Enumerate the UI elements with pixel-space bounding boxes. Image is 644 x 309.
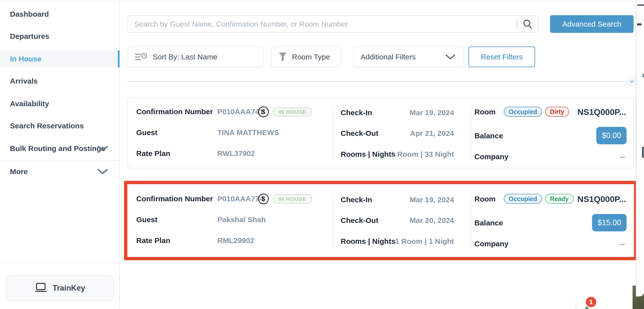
guest-label: Guest — [136, 215, 158, 224]
check-out-label: Check-Out — [341, 129, 378, 138]
reservation-card[interactable]: Confirmation Number P010AAA741 $ IN HOUS… — [127, 97, 634, 168]
sidebar-divider — [0, 263, 119, 263]
check-in-value: Mar 19, 2024 — [410, 109, 454, 117]
trainkey-label: TrainKey — [53, 284, 85, 292]
sidebar-item-bulk-routing[interactable]: Bulk Routing and Postings — [0, 140, 120, 157]
room-type-label: Room Type — [292, 53, 330, 61]
card-divider — [471, 106, 471, 160]
sidebar-item-in-house[interactable]: In House — [0, 51, 120, 67]
sidebar-item-search-reservations[interactable]: Search Reservations — [0, 117, 120, 135]
sidebar-item-departures[interactable]: Departures — [0, 28, 120, 45]
rate-plan-label: Rate Plan — [136, 149, 170, 158]
card-divider — [471, 193, 471, 248]
sidebar-item-label: More — [10, 167, 28, 176]
room-label: Room — [474, 108, 496, 116]
notification-badge[interactable]: 1 — [585, 296, 597, 308]
guest-value: Pakshal Shah — [217, 215, 266, 224]
check-in-label: Check-In — [341, 109, 372, 117]
app-window: Dashboard Departures In House Arrivals A… — [0, 0, 644, 309]
sidebar-item-arrivals[interactable]: Arrivals — [0, 72, 120, 90]
search-icon[interactable] — [522, 19, 533, 29]
chevron-down-icon — [98, 146, 108, 151]
sidebar: Dashboard Departures In House Arrivals A… — [0, 2, 120, 309]
housekeeping-status-pill: Ready — [545, 194, 574, 204]
sidebar-item-label: Search Reservations — [10, 122, 84, 130]
company-label: Company — [474, 240, 508, 248]
reset-filters-label: Reset Filters — [481, 53, 523, 61]
advanced-search-button[interactable]: Advanced Search — [550, 15, 634, 33]
sidebar-item-label: In House — [10, 55, 42, 63]
company-value: -- — [620, 152, 625, 162]
reservation-card[interactable]: Confirmation Number P010AAA774 $ IN HOUS… — [127, 184, 634, 257]
room-type-filter-button[interactable]: Room Type — [271, 47, 341, 67]
rate-plan-value: RWL37902 — [217, 149, 255, 158]
company-label: Company — [474, 153, 508, 161]
check-in-label: Check-In — [341, 196, 372, 204]
room-number: NS1Q000P... — [577, 194, 626, 204]
occupancy-status-pill: Occupied — [504, 194, 542, 204]
rooms-nights-value: 1 Room | 1 Night — [395, 237, 454, 245]
dollar-icon[interactable]: $ — [258, 194, 269, 204]
confirmation-value: P010AAA774 — [217, 195, 263, 203]
status-badge: IN HOUSE — [273, 194, 312, 203]
additional-filters-dropdown[interactable]: Additional Filters — [353, 47, 464, 67]
sidebar-item-label: Bulk Routing and Postings — [10, 144, 105, 153]
sidebar-item-label: Departures — [10, 32, 49, 41]
check-out-value: Mar 20, 2024 — [410, 216, 454, 225]
sort-icon — [135, 52, 148, 62]
sidebar-item-dashboard[interactable]: Dashboard — [0, 6, 120, 23]
sidebar-item-label: Dashboard — [10, 10, 49, 19]
edge-fragment — [642, 147, 644, 158]
funnel-icon — [278, 52, 287, 62]
card-divider — [333, 106, 334, 160]
active-indicator — [118, 51, 120, 67]
edge-fragment — [637, 23, 642, 25]
search-input[interactable] — [134, 20, 514, 29]
balance-button[interactable]: $0.00 — [596, 127, 626, 144]
balance-label: Balance — [474, 132, 503, 140]
occupancy-status-pill: Occupied — [504, 107, 542, 117]
guest-label: Guest — [136, 128, 158, 137]
chevron-down-icon — [630, 80, 634, 83]
chevron-down-icon — [98, 169, 108, 174]
sort-by-button[interactable]: Sort By: Last Name — [127, 47, 264, 67]
balance-label: Balance — [474, 219, 503, 227]
sidebar-divider — [0, 160, 119, 161]
check-in-value: Mar 19, 2024 — [410, 196, 454, 204]
rate-plan-label: Rate Plan — [136, 236, 170, 245]
confirmation-label: Confirmation Number — [136, 108, 213, 116]
sidebar-item-label: Availability — [10, 100, 49, 108]
trainkey-button[interactable]: TrainKey — [6, 275, 114, 301]
confirmation-value: P010AAA741 — [217, 108, 263, 116]
sidebar-item-label: Arrivals — [10, 77, 38, 85]
sidebar-item-availability[interactable]: Availability — [0, 95, 120, 112]
search-divider — [516, 20, 517, 29]
check-out-value: Apr 21, 2024 — [410, 129, 454, 138]
status-badge: IN HOUSE — [273, 107, 312, 116]
rate-plan-value: RML29902 — [217, 236, 254, 245]
card-divider — [333, 193, 334, 248]
edge-fragment — [642, 74, 644, 77]
laptop-icon — [35, 283, 47, 293]
sidebar-item-more[interactable]: More — [0, 163, 120, 180]
room-number: NS1Q000P... — [577, 107, 626, 117]
housekeeping-status-pill: Dirty — [545, 107, 569, 117]
rooms-nights-value: 1 Room | 33 Night — [391, 150, 454, 158]
section-divider — [127, 81, 628, 82]
check-out-label: Check-Out — [341, 216, 378, 225]
search-bar — [127, 15, 538, 33]
reset-filters-button[interactable]: Reset Filters — [468, 47, 535, 67]
room-label: Room — [474, 195, 496, 203]
dollar-icon[interactable]: $ — [258, 107, 269, 117]
collapse-toggle-button[interactable] — [628, 77, 636, 85]
sort-by-label: Sort By: Last Name — [153, 53, 217, 61]
additional-filters-label: Additional Filters — [360, 53, 416, 61]
confirmation-label: Confirmation Number — [136, 195, 213, 203]
guest-value: TINA MATTHEWS — [217, 128, 279, 137]
balance-button[interactable]: $15.00 — [592, 214, 626, 231]
company-value: -- — [620, 239, 625, 249]
chevron-down-icon — [445, 54, 455, 60]
edge-fragment — [637, 5, 644, 6]
